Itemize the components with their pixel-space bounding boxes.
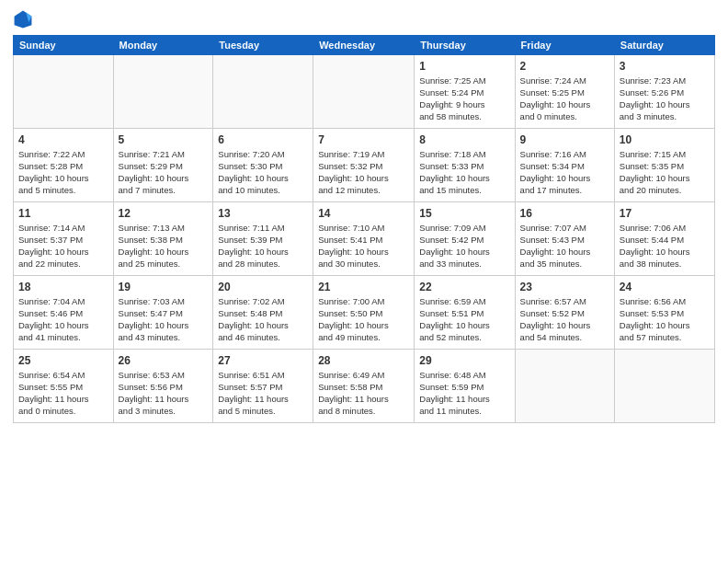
day-info: Daylight: 10 hours	[318, 320, 409, 332]
day-info: Daylight: 11 hours	[419, 394, 509, 406]
day-info: Sunrise: 7:20 AM	[218, 149, 308, 161]
calendar-cell: 2Sunrise: 7:24 AMSunset: 5:25 PMDaylight…	[515, 55, 614, 129]
day-number: 27	[218, 353, 308, 368]
day-number: 15	[419, 206, 509, 221]
day-info: Daylight: 11 hours	[218, 394, 308, 406]
day-info: Sunrise: 6:53 AM	[119, 370, 209, 382]
calendar-cell: 9Sunrise: 7:16 AMSunset: 5:34 PMDaylight…	[515, 129, 614, 202]
day-info: Daylight: 11 hours	[119, 394, 209, 406]
day-info: Daylight: 10 hours	[520, 99, 609, 111]
day-info: Daylight: 10 hours	[620, 99, 710, 111]
calendar-week-row: 11Sunrise: 7:14 AMSunset: 5:37 PMDayligh…	[14, 202, 715, 276]
day-info: Daylight: 10 hours	[218, 320, 308, 332]
day-info: Sunset: 5:47 PM	[119, 308, 209, 320]
calendar-cell: 21Sunrise: 7:00 AMSunset: 5:50 PMDayligh…	[313, 276, 415, 350]
calendar-header-wednesday: Wednesday	[313, 36, 415, 55]
day-info: Sunset: 5:25 PM	[520, 87, 609, 99]
calendar-cell: 13Sunrise: 7:11 AMSunset: 5:39 PMDayligh…	[213, 202, 313, 276]
day-number: 22	[419, 280, 509, 294]
day-number: 13	[218, 206, 308, 221]
day-info: and 11 minutes.	[419, 406, 509, 418]
day-info: Sunset: 5:29 PM	[119, 161, 209, 173]
calendar-cell: 27Sunrise: 6:51 AMSunset: 5:57 PMDayligh…	[213, 350, 313, 423]
day-info: Sunrise: 7:22 AM	[18, 149, 108, 161]
day-number: 23	[520, 280, 609, 294]
calendar-cell: 7Sunrise: 7:19 AMSunset: 5:32 PMDaylight…	[313, 129, 415, 202]
logo-icon	[13, 9, 33, 29]
day-info: Daylight: 10 hours	[218, 247, 308, 259]
day-info: and 7 minutes.	[119, 185, 209, 197]
day-info: and 58 minutes.	[419, 111, 509, 123]
calendar-cell: 11Sunrise: 7:14 AMSunset: 5:37 PMDayligh…	[14, 202, 114, 276]
day-number: 28	[318, 353, 409, 368]
day-info: Sunset: 5:43 PM	[520, 235, 609, 247]
day-info: Sunset: 5:26 PM	[620, 87, 710, 99]
calendar-cell: 26Sunrise: 6:53 AMSunset: 5:56 PMDayligh…	[113, 350, 213, 423]
day-number: 26	[119, 353, 209, 368]
day-info: Sunset: 5:41 PM	[318, 235, 409, 247]
calendar-cell: 17Sunrise: 7:06 AMSunset: 5:44 PMDayligh…	[614, 202, 714, 276]
header	[13, 9, 715, 29]
day-info: Daylight: 10 hours	[18, 247, 108, 259]
day-info: Sunset: 5:24 PM	[419, 87, 509, 99]
day-info: Sunrise: 6:59 AM	[419, 296, 509, 308]
day-info: Sunrise: 7:02 AM	[218, 296, 308, 308]
day-info: Sunset: 5:59 PM	[419, 382, 509, 394]
day-info: Daylight: 10 hours	[419, 173, 509, 185]
calendar-header-friday: Friday	[515, 36, 614, 55]
calendar-cell: 28Sunrise: 6:49 AMSunset: 5:58 PMDayligh…	[313, 350, 415, 423]
day-info: Sunset: 5:35 PM	[620, 161, 710, 173]
day-info: Sunset: 5:55 PM	[18, 382, 108, 394]
day-number: 4	[18, 132, 108, 147]
day-info: and 10 minutes.	[218, 185, 308, 197]
calendar-cell: 15Sunrise: 7:09 AMSunset: 5:42 PMDayligh…	[415, 202, 515, 276]
day-info: Daylight: 10 hours	[18, 320, 108, 332]
day-info: Sunset: 5:33 PM	[419, 161, 509, 173]
day-info: Daylight: 11 hours	[18, 394, 108, 406]
day-info: and 0 minutes.	[520, 111, 609, 123]
calendar-cell: 1Sunrise: 7:25 AMSunset: 5:24 PMDaylight…	[415, 55, 515, 129]
day-info: Sunset: 5:50 PM	[318, 308, 409, 320]
day-info: Sunrise: 6:51 AM	[218, 370, 308, 382]
day-number: 11	[18, 206, 108, 221]
day-number: 10	[620, 132, 710, 147]
calendar-cell	[213, 55, 313, 129]
day-info: Sunset: 5:32 PM	[318, 161, 409, 173]
calendar-cell: 6Sunrise: 7:20 AMSunset: 5:30 PMDaylight…	[213, 129, 313, 202]
day-number: 6	[218, 132, 308, 147]
calendar-cell: 16Sunrise: 7:07 AMSunset: 5:43 PMDayligh…	[515, 202, 614, 276]
calendar-cell	[14, 55, 114, 129]
logo	[13, 9, 37, 29]
day-info: Sunrise: 7:13 AM	[119, 223, 209, 235]
day-info: and 5 minutes.	[218, 406, 308, 418]
calendar-header-thursday: Thursday	[415, 36, 515, 55]
day-info: and 49 minutes.	[318, 332, 409, 344]
day-number: 21	[318, 280, 409, 294]
day-info: and 46 minutes.	[218, 332, 308, 344]
day-info: Daylight: 9 hours	[419, 99, 509, 111]
day-info: Sunset: 5:28 PM	[18, 161, 108, 173]
day-info: Sunrise: 7:16 AM	[520, 149, 609, 161]
day-info: Sunset: 5:52 PM	[520, 308, 609, 320]
day-info: and 3 minutes.	[620, 111, 710, 123]
day-info: Daylight: 10 hours	[620, 173, 710, 185]
day-info: and 41 minutes.	[18, 332, 108, 344]
day-number: 7	[318, 132, 409, 147]
day-info: Daylight: 10 hours	[520, 320, 609, 332]
day-info: and 15 minutes.	[419, 185, 509, 197]
calendar-cell	[515, 350, 614, 423]
day-number: 2	[520, 59, 609, 74]
day-info: Daylight: 10 hours	[620, 247, 710, 259]
calendar-cell: 20Sunrise: 7:02 AMSunset: 5:48 PMDayligh…	[213, 276, 313, 350]
day-info: Sunset: 5:46 PM	[18, 308, 108, 320]
day-info: Daylight: 10 hours	[620, 320, 710, 332]
day-info: Sunrise: 7:06 AM	[620, 223, 710, 235]
day-info: and 3 minutes.	[119, 406, 209, 418]
day-number: 8	[419, 132, 509, 147]
day-info: and 33 minutes.	[419, 259, 509, 270]
calendar-header-sunday: Sunday	[14, 36, 114, 55]
calendar-header-monday: Monday	[113, 36, 213, 55]
calendar-cell	[614, 350, 714, 423]
day-info: Sunset: 5:57 PM	[218, 382, 308, 394]
day-info: and 38 minutes.	[620, 259, 710, 270]
